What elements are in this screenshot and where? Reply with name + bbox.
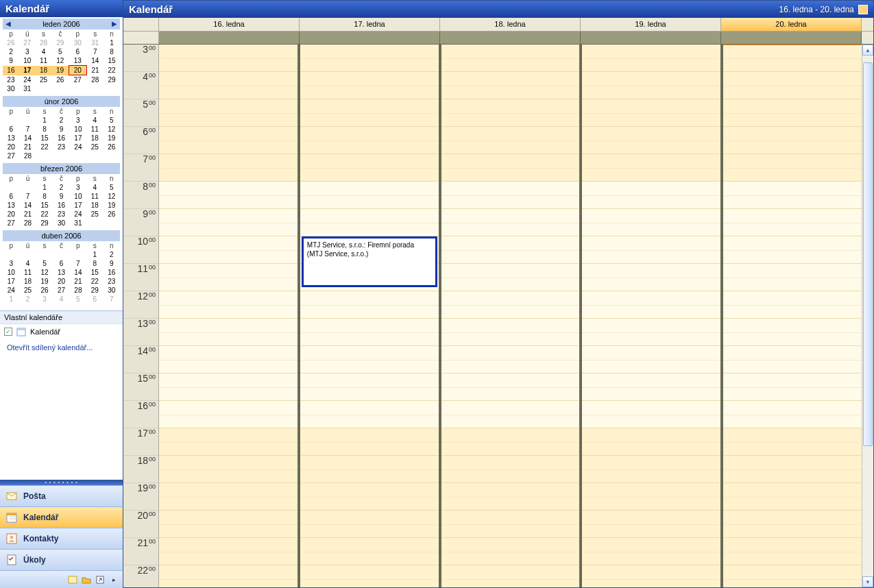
time-slot[interactable] xyxy=(441,401,580,428)
time-slot[interactable] xyxy=(159,236,298,264)
mini-calendar-day[interactable]: 18 xyxy=(86,134,103,143)
mini-calendar-day[interactable]: 21 xyxy=(70,277,86,286)
time-slot[interactable] xyxy=(723,428,862,456)
time-slot[interactable] xyxy=(159,511,298,538)
time-slot[interactable] xyxy=(441,209,580,236)
time-slot[interactable] xyxy=(723,538,862,565)
mini-calendar-day[interactable]: 7 xyxy=(19,192,36,201)
mini-calendar-day[interactable]: 22 xyxy=(36,210,53,219)
mini-calendar-day[interactable]: 4 xyxy=(36,47,52,56)
time-slot[interactable] xyxy=(300,127,439,154)
allday-cell[interactable] xyxy=(721,32,862,44)
time-slot[interactable] xyxy=(723,346,862,373)
mini-calendar-day[interactable]: 30 xyxy=(53,219,69,228)
mini-calendar-day[interactable]: 16 xyxy=(104,268,120,277)
mini-calendar-day[interactable]: 21 xyxy=(19,210,36,219)
time-slot[interactable] xyxy=(441,127,580,154)
mini-calendar-day[interactable]: 16 xyxy=(3,66,19,75)
mini-calendar-day[interactable]: 23 xyxy=(3,75,19,85)
time-slot[interactable] xyxy=(300,401,439,428)
mini-calendar-day[interactable]: 15 xyxy=(104,56,120,66)
mini-calendar-day[interactable]: 7 xyxy=(19,125,36,134)
day-header[interactable]: 17. ledna xyxy=(300,18,440,31)
mini-calendar-day[interactable]: 2 xyxy=(53,116,69,125)
mini-calendar-day[interactable]: 29 xyxy=(36,219,53,228)
time-slot[interactable] xyxy=(723,401,862,428)
time-slot[interactable] xyxy=(582,538,720,565)
time-slot[interactable] xyxy=(582,291,720,319)
time-slot[interactable] xyxy=(582,236,720,264)
time-slot[interactable] xyxy=(441,99,580,127)
time-slot[interactable] xyxy=(723,99,862,127)
mini-calendar-day[interactable]: 7 xyxy=(70,259,86,268)
time-slot[interactable] xyxy=(441,565,580,587)
time-slot[interactable] xyxy=(723,483,862,511)
time-slot[interactable] xyxy=(723,565,862,587)
mini-calendar-day[interactable]: 26 xyxy=(104,210,120,219)
time-slot[interactable] xyxy=(300,538,439,565)
time-slot[interactable] xyxy=(300,209,439,236)
time-slot[interactable] xyxy=(723,456,862,483)
mini-calendar-day[interactable]: 23 xyxy=(53,143,69,151)
time-slot[interactable] xyxy=(300,373,439,401)
time-slot[interactable] xyxy=(159,456,298,483)
mini-calendar-day[interactable]: 15 xyxy=(36,201,53,210)
time-slot[interactable] xyxy=(582,209,720,236)
time-slot[interactable] xyxy=(159,45,298,72)
mini-calendar-day[interactable]: 28 xyxy=(86,75,104,85)
mini-calendar-day[interactable]: 3 xyxy=(70,116,86,125)
mini-calendar-day[interactable]: 6 xyxy=(53,259,69,268)
prev-month-button[interactable]: ◀ xyxy=(5,20,11,27)
mini-calendar-day[interactable]: 17 xyxy=(70,134,86,143)
mini-calendar-day[interactable]: 18 xyxy=(36,66,52,75)
mini-calendar-day[interactable]: 5 xyxy=(104,116,120,125)
mini-calendar-day[interactable]: 26 xyxy=(51,75,69,85)
mini-calendar-day[interactable]: 5 xyxy=(104,183,120,192)
mini-calendar-day[interactable]: 9 xyxy=(104,259,120,268)
time-slot[interactable] xyxy=(441,264,580,291)
mini-calendar-day[interactable]: 20 xyxy=(69,66,86,75)
mini-calendar-day[interactable]: 8 xyxy=(86,259,103,268)
time-slot[interactable] xyxy=(441,291,580,319)
mini-calendar-day[interactable]: 23 xyxy=(104,277,120,286)
time-slot[interactable] xyxy=(159,209,298,236)
time-slot[interactable] xyxy=(441,236,580,264)
mini-calendar-day[interactable]: 2 xyxy=(53,183,69,192)
mini-calendar-day[interactable]: 13 xyxy=(3,134,19,143)
mini-calendar-day[interactable]: 26 xyxy=(104,143,120,151)
mini-calendar-day[interactable]: 13 xyxy=(69,56,86,66)
mini-calendar-day[interactable]: 25 xyxy=(36,75,52,85)
mini-calendar-day[interactable]: 17 xyxy=(19,66,36,75)
mini-calendar-day[interactable]: 29 xyxy=(51,38,69,47)
mini-calendar-day[interactable]: 12 xyxy=(104,125,120,134)
mini-calendar-day[interactable]: 21 xyxy=(86,66,104,75)
time-slot[interactable] xyxy=(582,483,720,511)
time-slot[interactable] xyxy=(300,72,439,99)
mini-calendar-day[interactable]: 1 xyxy=(36,116,53,125)
time-slot[interactable] xyxy=(441,511,580,538)
mini-calendar-day[interactable]: 16 xyxy=(53,201,69,210)
time-slot[interactable] xyxy=(441,45,580,72)
time-slot[interactable] xyxy=(723,319,862,346)
mini-calendar-day[interactable]: 15 xyxy=(86,268,103,277)
day-header[interactable]: 18. ledna xyxy=(440,18,581,31)
mini-calendar-day[interactable]: 30 xyxy=(69,38,86,47)
mini-calendar-day[interactable]: 10 xyxy=(70,192,86,201)
mini-calendar-day[interactable]: 26 xyxy=(36,286,53,295)
mini-calendar-day[interactable]: 8 xyxy=(36,192,53,201)
mini-calendar-day[interactable]: 4 xyxy=(53,295,69,304)
time-slot[interactable] xyxy=(582,346,720,373)
time-slot[interactable] xyxy=(723,45,862,72)
mini-calendar-day[interactable]: 15 xyxy=(36,134,53,143)
mini-calendar-day[interactable]: 3 xyxy=(19,47,36,56)
day-column[interactable] xyxy=(582,45,723,587)
mini-calendar-day[interactable]: 31 xyxy=(86,38,104,47)
time-slot[interactable] xyxy=(582,401,720,428)
time-slot[interactable] xyxy=(159,428,298,456)
chevron-right-icon[interactable]: ▸ xyxy=(109,575,119,585)
mini-calendar-day[interactable]: 3 xyxy=(3,259,19,268)
mini-calendar-day[interactable]: 19 xyxy=(104,134,120,143)
time-slot[interactable] xyxy=(441,319,580,346)
mini-calendar-day[interactable]: 5 xyxy=(36,259,53,268)
mini-calendar-day[interactable]: 21 xyxy=(19,143,36,151)
